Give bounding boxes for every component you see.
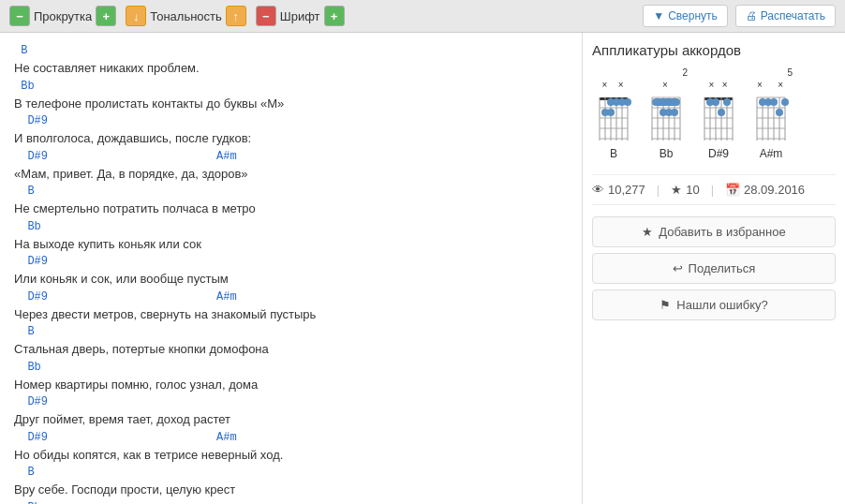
d9-grid bbox=[697, 92, 740, 143]
add-favorite-button[interactable]: ★ Добавить в избранное bbox=[592, 216, 836, 247]
lyric-line: Или коньяк и сок, или вообще пустым bbox=[14, 270, 568, 289]
chord-line: D#9 A#m bbox=[14, 289, 568, 305]
main-content: BНе составляет никаких проблем. BbВ теле… bbox=[0, 33, 845, 504]
report-error-label: Нашли ошибку? bbox=[676, 298, 767, 312]
tonality-up-btn[interactable]: ↑ bbox=[226, 6, 246, 26]
star-icon: ★ bbox=[671, 183, 682, 197]
lyric-line: Не смертельно потратить полчаса в метро bbox=[14, 200, 568, 218]
d9-x-marks: × × bbox=[708, 80, 728, 90]
print-label: Распечатать bbox=[761, 9, 825, 22]
svg-rect-28 bbox=[652, 98, 680, 106]
chord-line: D#9 A#m bbox=[14, 148, 568, 165]
bb-fret-num: 2 bbox=[645, 67, 688, 78]
chord-line: D#9 bbox=[14, 253, 568, 270]
chord-diagrams: × × bbox=[592, 67, 836, 160]
scroll-minus-btn[interactable]: − bbox=[9, 6, 30, 26]
eye-icon: 👁 bbox=[592, 183, 604, 197]
song-panel: BНе составляет никаких проблем. BbВ теле… bbox=[0, 33, 583, 504]
lyric-line: Друг поймет, время тает, доход растет bbox=[14, 410, 568, 429]
lyric-line: В телефоне пролистать контакты до буквы … bbox=[14, 95, 568, 113]
lyric-line: Не составляет никаких проблем. bbox=[14, 59, 568, 78]
views-stat: 👁 10,277 bbox=[592, 183, 645, 197]
bb-grid bbox=[645, 92, 688, 143]
am-chord-name: A#m bbox=[760, 147, 783, 160]
lyric-line: «Мам, привет. Да, в порядке, да, здоров» bbox=[14, 165, 568, 184]
share-button[interactable]: ↩ Поделиться bbox=[592, 253, 836, 284]
chord-line: B bbox=[14, 464, 568, 481]
top-right-actions: ▼ Свернуть 🖨 Распечатать bbox=[643, 5, 836, 27]
printer-icon: 🖨 bbox=[746, 9, 757, 22]
chord-line: Bb bbox=[14, 359, 568, 376]
date-value: 28.09.2016 bbox=[744, 183, 805, 197]
chord-bb: 2 × bbox=[645, 67, 688, 160]
chord-am: 5 × × bbox=[749, 67, 793, 160]
star-add-icon: ★ bbox=[642, 225, 653, 239]
chord-line: D#9 A#m bbox=[14, 429, 568, 446]
favorites-stat: ★ 10 bbox=[671, 183, 699, 197]
svg-point-45 bbox=[718, 109, 725, 116]
share-label: Поделиться bbox=[689, 261, 756, 275]
svg-point-62 bbox=[781, 98, 789, 106]
share-icon: ↩ bbox=[673, 261, 683, 275]
font-label: Шрифт bbox=[280, 9, 320, 23]
add-favorite-label: Добавить в избранное bbox=[659, 225, 785, 239]
bb-x-marks: × bbox=[662, 80, 670, 90]
print-button[interactable]: 🖨 Распечатать bbox=[735, 5, 836, 27]
lyric-line: Стальная дверь, потертые кнопки домофона bbox=[14, 340, 568, 359]
chord-line: Bb bbox=[14, 218, 568, 235]
tonality-group: ↓ Тональность ↑ bbox=[126, 6, 246, 26]
svg-point-14 bbox=[624, 98, 631, 106]
action-buttons: ★ Добавить в избранное ↩ Поделиться ⚑ На… bbox=[592, 216, 836, 320]
toolbar: − Прокрутка + ↓ Тональность ↑ − Шрифт + … bbox=[0, 0, 845, 33]
chord-line: D#9 bbox=[14, 393, 568, 410]
svg-point-31 bbox=[671, 109, 678, 116]
separator-1: | bbox=[657, 183, 660, 197]
favorites-count: 10 bbox=[686, 183, 699, 197]
chord-b: × × bbox=[592, 80, 635, 160]
chord-line: B bbox=[14, 42, 568, 59]
b-chord-name: B bbox=[610, 147, 617, 160]
chord-line: B bbox=[14, 183, 568, 200]
svg-point-61 bbox=[776, 109, 783, 116]
font-plus-btn[interactable]: + bbox=[324, 6, 345, 26]
chord-line: Bb bbox=[14, 78, 568, 95]
chord-d9: × × D#9 bbox=[697, 80, 740, 160]
scroll-plus-btn[interactable]: + bbox=[96, 6, 116, 26]
chord-line: B bbox=[14, 323, 568, 340]
am-fret-num: 5 bbox=[749, 67, 793, 78]
lyric-line: Номер квартиры помню, голос узнал, дома bbox=[14, 376, 568, 394]
svg-point-60 bbox=[770, 98, 778, 106]
font-minus-btn[interactable]: − bbox=[256, 6, 276, 26]
views-count: 10,277 bbox=[608, 183, 645, 197]
lyric-line: На выходе купить коньяк или сок bbox=[14, 235, 568, 254]
b-x-marks: × × bbox=[601, 80, 625, 90]
stats-row: 👁 10,277 | ★ 10 | 📅 28.09.2016 bbox=[592, 174, 836, 205]
tonality-label: Тональность bbox=[150, 9, 222, 23]
svg-point-16 bbox=[607, 109, 615, 116]
calendar-icon: 📅 bbox=[725, 183, 740, 197]
chord-line: Bb bbox=[14, 499, 568, 505]
collapse-button[interactable]: ▼ Свернуть bbox=[643, 5, 728, 27]
bb-chord-name: Bb bbox=[660, 147, 674, 160]
scroll-label: Прокрутка bbox=[34, 9, 92, 23]
right-panel: Аппликатуры аккордов × × bbox=[583, 33, 845, 504]
b-grid bbox=[592, 92, 635, 143]
svg-point-46 bbox=[723, 98, 731, 106]
report-error-button[interactable]: ⚑ Нашли ошибку? bbox=[592, 289, 836, 320]
am-x-marks: × × bbox=[757, 80, 785, 90]
lyric-line: И вполголоса, дождавшись, после гудков: bbox=[14, 129, 568, 148]
separator-2: | bbox=[711, 183, 714, 197]
lyric-line: Через двести метров, свернуть на знакомы… bbox=[14, 305, 568, 324]
svg-point-44 bbox=[712, 98, 719, 106]
tonality-down-btn[interactable]: ↓ bbox=[126, 6, 146, 26]
am-grid bbox=[749, 92, 793, 143]
scroll-group: − Прокрутка + bbox=[9, 6, 116, 26]
font-group: − Шрифт + bbox=[256, 6, 345, 26]
chevron-icon: ▼ bbox=[653, 9, 664, 22]
flag-icon: ⚑ bbox=[660, 298, 671, 312]
lyric-line: Вру себе. Господи прости, целую крест bbox=[14, 481, 568, 499]
lyric-line: Но обиды копятся, как в тетрисе неверный… bbox=[14, 446, 568, 465]
collapse-label: Свернуть bbox=[668, 9, 718, 22]
d9-chord-name: D#9 bbox=[708, 147, 729, 160]
chord-diagrams-title: Аппликатуры аккордов bbox=[592, 42, 836, 58]
